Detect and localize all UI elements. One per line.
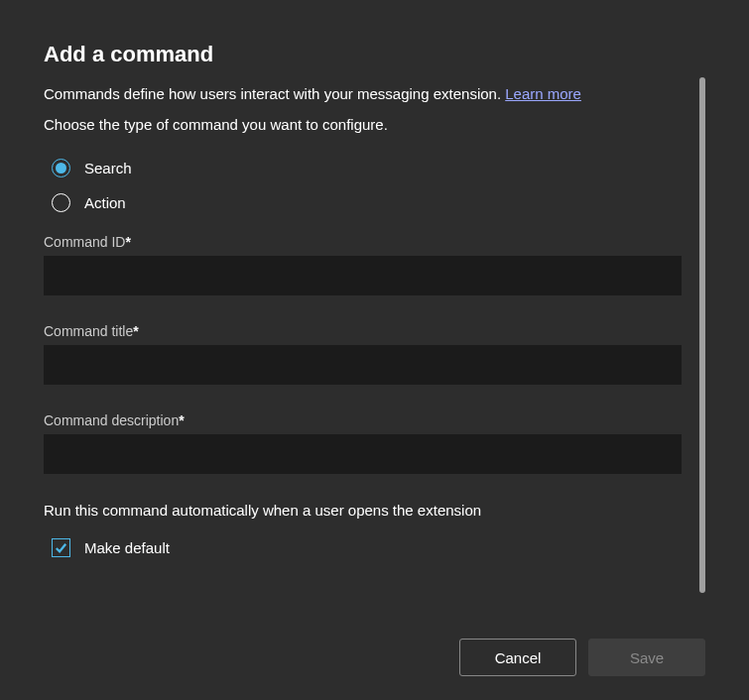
scrollbar-thumb[interactable]: [699, 77, 705, 593]
radio-label: Action: [84, 194, 126, 211]
scroll-content: Add a command Commands define how users …: [44, 42, 691, 619]
required-marker: *: [179, 412, 184, 428]
auto-run-text: Run this command automatically when a us…: [44, 502, 682, 519]
command-id-input[interactable]: [44, 256, 682, 295]
command-id-label: Command ID*: [44, 234, 682, 250]
required-marker: *: [125, 234, 130, 250]
radio-icon: [52, 159, 70, 177]
learn-more-link[interactable]: Learn more: [505, 85, 581, 102]
command-id-field: Command ID*: [44, 234, 682, 295]
make-default-label: Make default: [84, 539, 170, 556]
dialog-content: Add a command Commands define how users …: [0, 0, 749, 619]
command-description-input[interactable]: [44, 434, 682, 474]
dialog-footer: Cancel Save: [0, 619, 749, 700]
command-title-field: Command title*: [44, 323, 682, 385]
command-title-label: Command title*: [44, 323, 682, 339]
required-marker: *: [133, 323, 138, 339]
description-text: Commands define how users interact with …: [44, 85, 505, 102]
cancel-button[interactable]: Cancel: [459, 639, 576, 676]
radio-option-search[interactable]: Search: [52, 159, 682, 177]
dialog-subtitle: Choose the type of command you want to c…: [44, 116, 682, 133]
radio-label: Search: [84, 160, 132, 176]
save-button[interactable]: Save: [588, 639, 705, 676]
radio-icon: [52, 193, 70, 212]
dialog-description: Commands define how users interact with …: [44, 85, 682, 102]
command-description-field: Command description*: [44, 412, 682, 474]
scrollbar[interactable]: [699, 77, 705, 593]
command-title-input[interactable]: [44, 345, 682, 385]
make-default-checkbox[interactable]: [52, 538, 70, 557]
add-command-dialog: Add a command Commands define how users …: [0, 0, 749, 700]
command-description-label: Command description*: [44, 412, 682, 428]
dialog-title: Add a command: [44, 42, 682, 67]
make-default-row: Make default: [44, 538, 682, 561]
command-type-radio-group: Search Action: [44, 159, 682, 212]
check-icon: [54, 540, 68, 555]
radio-option-action[interactable]: Action: [52, 193, 682, 212]
